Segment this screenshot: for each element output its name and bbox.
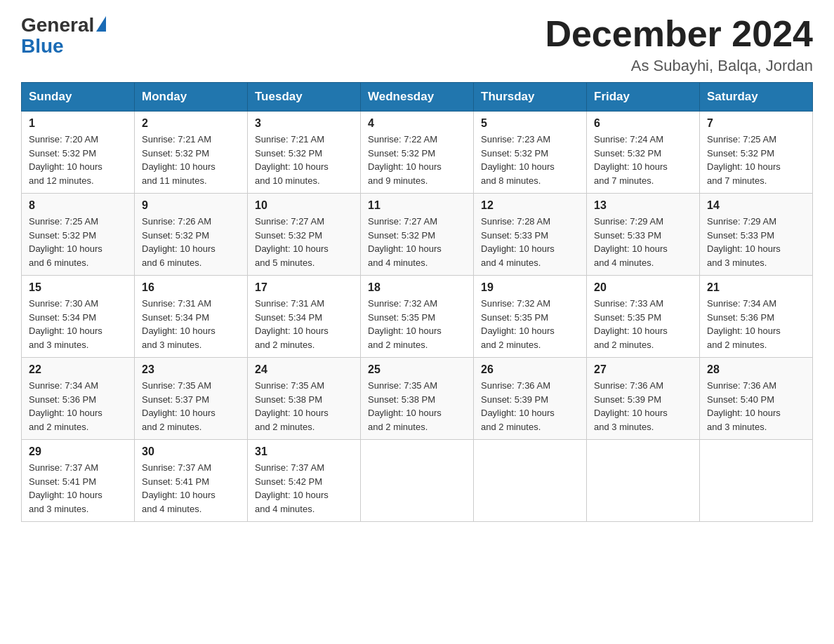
day-cell-19: 19 Sunrise: 7:32 AMSunset: 5:35 PMDaylig…	[474, 276, 587, 358]
day-info: Sunrise: 7:29 AMSunset: 5:33 PMDaylight:…	[707, 215, 805, 269]
day-cell-23: 23 Sunrise: 7:35 AMSunset: 5:37 PMDaylig…	[135, 358, 248, 440]
day-info: Sunrise: 7:36 AMSunset: 5:39 PMDaylight:…	[594, 379, 692, 434]
day-cell-4: 4 Sunrise: 7:22 AMSunset: 5:32 PMDayligh…	[361, 112, 474, 194]
day-info: Sunrise: 7:23 AMSunset: 5:32 PMDaylight:…	[481, 133, 579, 187]
day-number: 25	[368, 363, 466, 376]
day-cell-24: 24 Sunrise: 7:35 AMSunset: 5:38 PMDaylig…	[248, 358, 361, 440]
day-number: 19	[481, 281, 579, 294]
day-number: 30	[142, 445, 240, 458]
day-cell-31: 31 Sunrise: 7:37 AMSunset: 5:42 PMDaylig…	[248, 440, 361, 522]
day-info: Sunrise: 7:29 AMSunset: 5:33 PMDaylight:…	[594, 215, 692, 269]
day-cell-30: 30 Sunrise: 7:37 AMSunset: 5:41 PMDaylig…	[135, 440, 248, 522]
week-row-1: 1 Sunrise: 7:20 AMSunset: 5:32 PMDayligh…	[22, 112, 813, 194]
day-number: 17	[255, 281, 353, 294]
header-tuesday: Tuesday	[248, 83, 361, 112]
day-number: 21	[707, 281, 805, 294]
day-cell-9: 9 Sunrise: 7:26 AMSunset: 5:32 PMDayligh…	[135, 194, 248, 276]
week-row-2: 8 Sunrise: 7:25 AMSunset: 5:32 PMDayligh…	[22, 194, 813, 276]
day-number: 28	[707, 363, 805, 376]
day-number: 11	[368, 199, 466, 212]
header-row: SundayMondayTuesdayWednesdayThursdayFrid…	[22, 83, 813, 112]
day-cell-6: 6 Sunrise: 7:24 AMSunset: 5:32 PMDayligh…	[587, 112, 700, 194]
day-number: 24	[255, 363, 353, 376]
header-saturday: Saturday	[700, 83, 813, 112]
day-cell-20: 20 Sunrise: 7:33 AMSunset: 5:35 PMDaylig…	[587, 276, 700, 358]
day-cell-21: 21 Sunrise: 7:34 AMSunset: 5:36 PMDaylig…	[700, 276, 813, 358]
day-number: 20	[594, 281, 692, 294]
day-cell-2: 2 Sunrise: 7:21 AMSunset: 5:32 PMDayligh…	[135, 112, 248, 194]
empty-cell	[361, 440, 474, 522]
header-friday: Friday	[587, 83, 700, 112]
day-number: 26	[481, 363, 579, 376]
day-info: Sunrise: 7:27 AMSunset: 5:32 PMDaylight:…	[368, 215, 466, 269]
day-cell-29: 29 Sunrise: 7:37 AMSunset: 5:41 PMDaylig…	[22, 440, 135, 522]
day-info: Sunrise: 7:30 AMSunset: 5:34 PMDaylight:…	[29, 297, 127, 351]
day-info: Sunrise: 7:25 AMSunset: 5:32 PMDaylight:…	[707, 133, 805, 187]
day-number: 7	[707, 117, 805, 130]
day-number: 31	[255, 445, 353, 458]
day-number: 12	[481, 199, 579, 212]
week-row-5: 29 Sunrise: 7:37 AMSunset: 5:41 PMDaylig…	[22, 440, 813, 522]
header-sunday: Sunday	[22, 83, 135, 112]
day-number: 27	[594, 363, 692, 376]
logo-blue-text: Blue	[21, 36, 64, 56]
day-info: Sunrise: 7:34 AMSunset: 5:36 PMDaylight:…	[29, 379, 127, 434]
day-number: 4	[368, 117, 466, 130]
page-header: General Blue December 2024 As Subayhi, B…	[21, 14, 813, 75]
day-cell-14: 14 Sunrise: 7:29 AMSunset: 5:33 PMDaylig…	[700, 194, 813, 276]
day-info: Sunrise: 7:35 AMSunset: 5:37 PMDaylight:…	[142, 379, 240, 434]
day-info: Sunrise: 7:32 AMSunset: 5:35 PMDaylight:…	[481, 297, 579, 351]
day-info: Sunrise: 7:37 AMSunset: 5:42 PMDaylight:…	[255, 461, 353, 516]
day-info: Sunrise: 7:33 AMSunset: 5:35 PMDaylight:…	[594, 297, 692, 351]
day-number: 1	[29, 117, 127, 130]
day-cell-18: 18 Sunrise: 7:32 AMSunset: 5:35 PMDaylig…	[361, 276, 474, 358]
day-number: 14	[707, 199, 805, 212]
day-info: Sunrise: 7:21 AMSunset: 5:32 PMDaylight:…	[255, 133, 353, 187]
day-cell-3: 3 Sunrise: 7:21 AMSunset: 5:32 PMDayligh…	[248, 112, 361, 194]
day-number: 13	[594, 199, 692, 212]
day-number: 6	[594, 117, 692, 130]
logo-general-text: General	[21, 14, 94, 36]
empty-cell	[700, 440, 813, 522]
week-row-4: 22 Sunrise: 7:34 AMSunset: 5:36 PMDaylig…	[22, 358, 813, 440]
day-number: 8	[29, 199, 127, 212]
day-cell-5: 5 Sunrise: 7:23 AMSunset: 5:32 PMDayligh…	[474, 112, 587, 194]
day-cell-27: 27 Sunrise: 7:36 AMSunset: 5:39 PMDaylig…	[587, 358, 700, 440]
day-cell-12: 12 Sunrise: 7:28 AMSunset: 5:33 PMDaylig…	[474, 194, 587, 276]
header-wednesday: Wednesday	[361, 83, 474, 112]
day-info: Sunrise: 7:31 AMSunset: 5:34 PMDaylight:…	[255, 297, 353, 351]
day-cell-22: 22 Sunrise: 7:34 AMSunset: 5:36 PMDaylig…	[22, 358, 135, 440]
empty-cell	[474, 440, 587, 522]
day-info: Sunrise: 7:26 AMSunset: 5:32 PMDaylight:…	[142, 215, 240, 269]
logo-triangle-icon	[96, 16, 106, 32]
day-number: 10	[255, 199, 353, 212]
day-info: Sunrise: 7:28 AMSunset: 5:33 PMDaylight:…	[481, 215, 579, 269]
day-info: Sunrise: 7:36 AMSunset: 5:39 PMDaylight:…	[481, 379, 579, 434]
day-number: 16	[142, 281, 240, 294]
day-info: Sunrise: 7:34 AMSunset: 5:36 PMDaylight:…	[707, 297, 805, 351]
day-number: 22	[29, 363, 127, 376]
day-cell-26: 26 Sunrise: 7:36 AMSunset: 5:39 PMDaylig…	[474, 358, 587, 440]
header-thursday: Thursday	[474, 83, 587, 112]
month-title: December 2024	[545, 14, 813, 54]
day-number: 18	[368, 281, 466, 294]
day-cell-16: 16 Sunrise: 7:31 AMSunset: 5:34 PMDaylig…	[135, 276, 248, 358]
day-info: Sunrise: 7:32 AMSunset: 5:35 PMDaylight:…	[368, 297, 466, 351]
week-row-3: 15 Sunrise: 7:30 AMSunset: 5:34 PMDaylig…	[22, 276, 813, 358]
day-cell-8: 8 Sunrise: 7:25 AMSunset: 5:32 PMDayligh…	[22, 194, 135, 276]
day-cell-10: 10 Sunrise: 7:27 AMSunset: 5:32 PMDaylig…	[248, 194, 361, 276]
location-subtitle: As Subayhi, Balqa, Jordan	[545, 57, 813, 75]
day-number: 23	[142, 363, 240, 376]
header-monday: Monday	[135, 83, 248, 112]
day-info: Sunrise: 7:31 AMSunset: 5:34 PMDaylight:…	[142, 297, 240, 351]
day-cell-7: 7 Sunrise: 7:25 AMSunset: 5:32 PMDayligh…	[700, 112, 813, 194]
day-cell-28: 28 Sunrise: 7:36 AMSunset: 5:40 PMDaylig…	[700, 358, 813, 440]
calendar-table: SundayMondayTuesdayWednesdayThursdayFrid…	[21, 82, 813, 522]
day-number: 9	[142, 199, 240, 212]
empty-cell	[587, 440, 700, 522]
day-info: Sunrise: 7:37 AMSunset: 5:41 PMDaylight:…	[29, 461, 127, 516]
day-info: Sunrise: 7:36 AMSunset: 5:40 PMDaylight:…	[707, 379, 805, 434]
day-info: Sunrise: 7:21 AMSunset: 5:32 PMDaylight:…	[142, 133, 240, 187]
day-number: 5	[481, 117, 579, 130]
day-info: Sunrise: 7:25 AMSunset: 5:32 PMDaylight:…	[29, 215, 127, 269]
